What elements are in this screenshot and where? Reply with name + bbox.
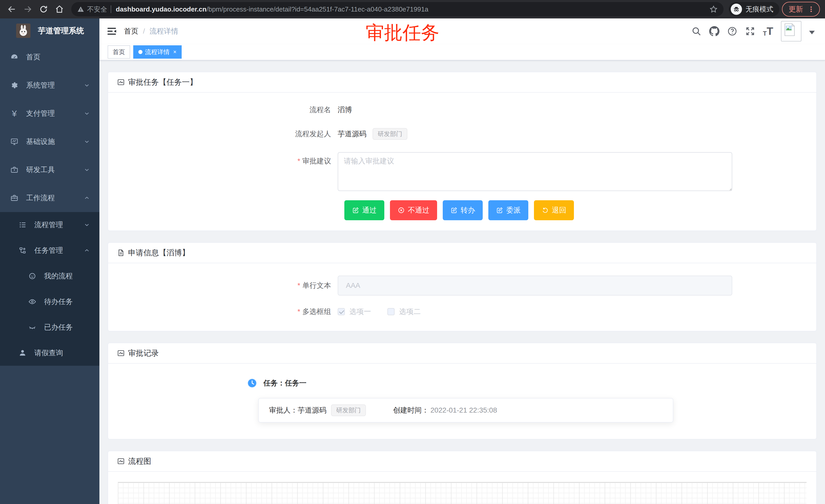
app-frame: 芋道管理系统 首页 系统管理 ¥ 支付管理 基础设施 研发工具 工作流 xyxy=(0,18,825,504)
sidebar-item-leave-query[interactable]: 请假查询 xyxy=(0,340,99,366)
breadcrumb-separator: / xyxy=(143,27,145,35)
task-tree-icon xyxy=(18,246,27,255)
browser-back-button[interactable] xyxy=(5,3,18,16)
flow-diagram-card-header: 流程图 xyxy=(108,451,816,472)
comment-label: 审批建议 xyxy=(117,152,338,166)
timeline-clock-icon xyxy=(247,378,257,388)
approval-record-card-body: 任务：任务一 审批人：芋道源码 研发部门 创建时间：2022-01-21 22:… xyxy=(108,364,816,439)
address-bar-divider xyxy=(111,5,111,13)
sidebar-item-task-mgmt[interactable]: 任务管理 xyxy=(0,238,99,263)
approve-task-card: 审批任务【任务一】 流程名 滔博 流程发起人 芋道源码 研发部门 xyxy=(107,72,817,231)
sidebar-item-todo-tasks[interactable]: 待办任务 xyxy=(0,289,99,315)
tab-process-detail[interactable]: 流程详情 × xyxy=(133,45,182,59)
sidebar-item-process-mgmt[interactable]: 流程管理 xyxy=(0,212,99,238)
face-icon xyxy=(28,272,36,280)
approver-name: 芋道源码 xyxy=(298,405,326,415)
comment-textarea[interactable] xyxy=(338,152,732,191)
transfer-button[interactable]: 转办 xyxy=(443,200,483,220)
not-secure-warning-icon xyxy=(77,5,85,13)
app-title: 芋道管理系统 xyxy=(38,26,84,36)
sidebar-item-my-process[interactable]: 我的流程 xyxy=(0,263,99,289)
kebab-menu-icon[interactable] xyxy=(808,6,815,13)
sidebar-item-home[interactable]: 首页 xyxy=(0,43,99,71)
address-bar[interactable]: 不安全 dashboard.yudao.iocoder.cn/bpm/proce… xyxy=(71,2,724,16)
page-annotation-approval-task: 审批任务 xyxy=(366,20,439,45)
bpmn-grid-canvas[interactable] xyxy=(118,482,807,504)
checkbox-option-1: 选项一 xyxy=(338,307,371,317)
github-icon[interactable] xyxy=(709,26,720,36)
checkbox-group: 选项一 选项二 xyxy=(338,307,421,317)
help-question-icon[interactable] xyxy=(727,26,737,36)
security-label: 不安全 xyxy=(87,5,107,14)
record-task-title: 任务：任务一 xyxy=(264,378,306,388)
return-button[interactable]: 退回 xyxy=(534,200,574,220)
checkbox-group-row: 多选框组 选项一 选项二 xyxy=(117,307,807,317)
button-label: 不通过 xyxy=(408,205,430,215)
sidebar-item-workflow[interactable]: 工作流程 xyxy=(0,184,99,212)
yen-icon: ¥ xyxy=(10,109,18,117)
button-label: 转办 xyxy=(461,205,475,215)
approval-record-card-header: 审批记录 xyxy=(108,343,816,364)
sidebar-item-label: 首页 xyxy=(26,52,41,62)
broken-image-icon xyxy=(782,22,797,37)
sidebar-item-label: 基础设施 xyxy=(26,137,55,147)
list-icon xyxy=(18,221,27,229)
initiator-row: 流程发起人 芋道源码 研发部门 xyxy=(117,128,807,140)
browser-chrome: 不安全 dashboard.yudao.iocoder.cn/bpm/proce… xyxy=(0,0,825,18)
app-logo-rabbit-icon xyxy=(15,23,31,38)
home-icon xyxy=(55,5,64,14)
breadcrumb-home[interactable]: 首页 xyxy=(124,26,138,36)
url-path: /bpm/process-instance/detail?id=54aa251f… xyxy=(207,5,428,13)
tab-home[interactable]: 首页 xyxy=(107,45,130,59)
checkbox-group-label: 多选框组 xyxy=(117,307,338,317)
refresh-left-icon xyxy=(542,207,549,214)
browser-reload-button[interactable] xyxy=(37,3,50,16)
reload-icon xyxy=(39,5,48,14)
document-icon xyxy=(117,249,125,257)
sidebar-item-done-tasks[interactable]: 已办任务 xyxy=(0,315,99,340)
sidebar-item-pay[interactable]: ¥ 支付管理 xyxy=(0,99,99,128)
tab-label: 首页 xyxy=(113,48,125,56)
hamburger-collapse-icon[interactable] xyxy=(106,26,117,37)
browser-forward-button[interactable] xyxy=(21,3,34,16)
checkbox-option-2: 选项二 xyxy=(387,307,421,317)
fullscreen-icon[interactable] xyxy=(745,26,755,36)
dashboard-icon xyxy=(10,53,18,61)
sidebar-item-label: 系统管理 xyxy=(26,80,55,90)
picture-icon xyxy=(117,78,125,86)
process-name-value: 滔博 xyxy=(338,105,352,115)
process-name-row: 流程名 滔博 xyxy=(117,105,807,115)
forward-arrow-icon xyxy=(23,5,32,14)
app-logo-block[interactable]: 芋道管理系统 xyxy=(0,18,99,43)
single-text-label: 单行文本 xyxy=(117,281,338,290)
edit-icon xyxy=(496,207,503,214)
approve-button[interactable]: 通过 xyxy=(344,200,384,220)
card-title: 审批任务【任务一】 xyxy=(128,77,197,88)
comment-row: 审批建议 xyxy=(117,152,807,191)
browser-update-button[interactable]: 更新 xyxy=(782,2,820,17)
approver-label: 审批人： xyxy=(269,405,298,415)
search-icon[interactable] xyxy=(691,26,701,36)
sidebar-item-infra[interactable]: 基础设施 xyxy=(0,128,99,156)
avatar[interactable] xyxy=(781,21,802,41)
top-navbar: 首页 / 流程详情 审批任务 TT xyxy=(99,18,825,44)
sidebar-item-system[interactable]: 系统管理 xyxy=(0,71,99,99)
reject-button[interactable]: 不通过 xyxy=(390,200,437,220)
tab-close-icon[interactable]: × xyxy=(173,49,176,55)
dept-tag: 研发部门 xyxy=(331,404,366,416)
back-arrow-icon xyxy=(7,5,16,14)
font-size-icon[interactable]: TT xyxy=(763,26,773,36)
chevron-down-icon xyxy=(83,222,90,228)
avatar-caret-down-icon[interactable] xyxy=(809,31,815,34)
bookmark-star-icon[interactable] xyxy=(709,5,718,14)
edit-icon xyxy=(450,207,458,214)
apply-info-card-header: 申请信息【滔博】 xyxy=(108,243,816,263)
delegate-button[interactable]: 委派 xyxy=(489,200,528,220)
browser-home-button[interactable] xyxy=(53,3,66,16)
sidebar-item-dev[interactable]: 研发工具 xyxy=(0,156,99,184)
sidebar-item-label: 流程管理 xyxy=(34,220,63,230)
user-icon xyxy=(18,349,27,357)
apply-info-card-body: 单行文本 多选框组 选项一 选项二 xyxy=(108,263,816,331)
initiator-label: 流程发起人 xyxy=(117,129,338,139)
gear-icon xyxy=(10,81,18,89)
